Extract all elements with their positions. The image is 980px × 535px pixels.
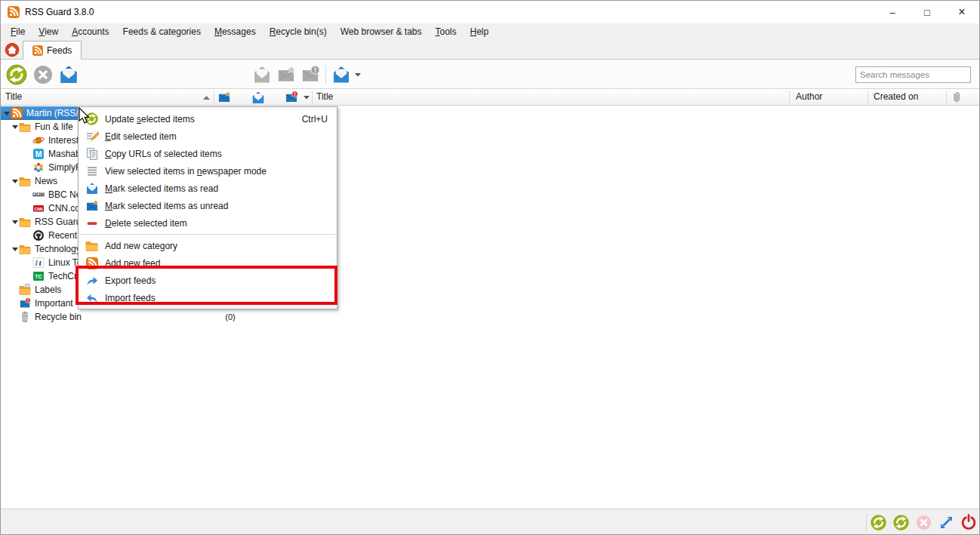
bbc-icon bbox=[32, 189, 45, 201]
copy-icon bbox=[85, 147, 99, 161]
expander-icon[interactable] bbox=[11, 220, 19, 224]
sort-ascending-icon bbox=[203, 96, 210, 100]
planet-icon bbox=[32, 134, 45, 146]
toolbar-separator bbox=[325, 66, 326, 84]
tab-home[interactable] bbox=[1, 40, 23, 59]
shortcut-label: Ctrl+U bbox=[287, 114, 328, 125]
header-separator bbox=[868, 91, 868, 104]
labels-folder-icon bbox=[19, 284, 31, 296]
status-bar bbox=[1, 509, 979, 534]
tab-feeds[interactable]: Feeds bbox=[23, 41, 82, 60]
menu-update-selected-items[interactable]: Update selected items Ctrl+U bbox=[79, 110, 337, 128]
delete-dash-icon bbox=[85, 217, 99, 230]
folder-icon bbox=[19, 216, 31, 228]
menu-mark-unread[interactable]: Mark selected items as unread bbox=[79, 197, 337, 214]
deleted-column-icon[interactable] bbox=[284, 91, 299, 104]
stop-update-button[interactable] bbox=[33, 65, 53, 85]
feed-list-title-header[interactable]: Title bbox=[5, 91, 22, 102]
menu-file[interactable]: File bbox=[4, 24, 32, 39]
expander-icon[interactable] bbox=[11, 180, 19, 183]
menu-add-new-category[interactable]: Add new category bbox=[79, 237, 337, 254]
header-separator bbox=[789, 91, 790, 104]
title-bar: RSS Guard 3.8.0 – □ × bbox=[1, 1, 979, 23]
header-separator bbox=[946, 91, 947, 104]
read-column-icon[interactable] bbox=[250, 91, 267, 105]
edit-pencil-icon bbox=[85, 130, 99, 143]
important-envelope-icon bbox=[19, 297, 31, 309]
linuxtoday-icon bbox=[32, 257, 45, 269]
statusbar-separator bbox=[866, 515, 867, 531]
cnn-icon bbox=[32, 202, 45, 214]
column-header-row: Title Title Author Created on bbox=[1, 89, 979, 106]
minimize-button[interactable]: – bbox=[875, 1, 910, 23]
trash-icon bbox=[19, 311, 31, 323]
search-input[interactable] bbox=[855, 66, 971, 83]
techcrunch-icon bbox=[32, 270, 45, 282]
menu-messages[interactable]: Messages bbox=[208, 24, 263, 39]
mark-important-disabled-button bbox=[300, 65, 320, 85]
tab-bar: Feeds bbox=[1, 40, 979, 60]
app-window: RSS Guard 3.8.0 – □ × File View Accounts… bbox=[0, 0, 980, 535]
expander-icon[interactable] bbox=[2, 112, 11, 115]
menu-copy-urls[interactable]: Copy URLs of selected items bbox=[79, 145, 337, 162]
mouse-cursor bbox=[79, 107, 91, 125]
tab-feeds-label: Feeds bbox=[47, 45, 72, 56]
header-separator bbox=[312, 91, 313, 104]
mark-read-disabled-button bbox=[252, 65, 272, 85]
menu-help[interactable]: Help bbox=[464, 24, 496, 39]
mark-all-read-button[interactable] bbox=[331, 65, 351, 85]
home-icon bbox=[5, 42, 20, 57]
menu-recycle-bins[interactable]: Recycle bin(s) bbox=[263, 24, 334, 39]
toolbar bbox=[1, 60, 979, 89]
mark-unread-disabled-button bbox=[276, 65, 296, 85]
folder-icon bbox=[85, 239, 99, 253]
menu-mark-read[interactable]: Mark selected items as read bbox=[79, 180, 337, 197]
menu-bar: File View Accounts Feeds & categories Me… bbox=[1, 23, 979, 40]
header-separator bbox=[214, 91, 214, 104]
chevron-down-icon[interactable] bbox=[355, 73, 361, 77]
message-title-header[interactable]: Title bbox=[316, 91, 333, 102]
importance-column-icon[interactable] bbox=[217, 91, 232, 104]
fullscreen-toggle-button[interactable] bbox=[938, 515, 954, 530]
tree-item-recycle-bin[interactable]: Recycle bin (0) bbox=[1, 310, 247, 324]
annotation-highlight-box bbox=[76, 266, 337, 305]
folder-icon bbox=[19, 175, 31, 187]
newspaper-list-icon bbox=[85, 164, 99, 178]
unread-count: (0) bbox=[218, 312, 242, 321]
folder-icon bbox=[19, 121, 31, 133]
menu-tools[interactable]: Tools bbox=[429, 24, 464, 39]
menu-edit-selected-item[interactable]: Edit selected item bbox=[79, 128, 337, 145]
close-button[interactable]: × bbox=[945, 1, 979, 23]
update-all-feeds-button[interactable] bbox=[871, 515, 886, 530]
update-selected-items-button[interactable] bbox=[6, 64, 27, 85]
menu-delete-selected-item[interactable]: Delete selected item bbox=[79, 214, 337, 232]
rss-icon bbox=[11, 107, 23, 119]
menu-accounts[interactable]: Accounts bbox=[65, 24, 116, 39]
rss-icon bbox=[32, 45, 43, 56]
app-rss-icon bbox=[8, 6, 20, 18]
mark-read-button[interactable] bbox=[58, 64, 79, 85]
message-author-header[interactable]: Author bbox=[796, 91, 822, 102]
menu-separator bbox=[79, 234, 336, 235]
quit-button[interactable] bbox=[960, 514, 977, 530]
maximize-button[interactable]: □ bbox=[910, 1, 945, 23]
attachment-column-paperclip-icon[interactable] bbox=[951, 91, 963, 103]
mashable-icon bbox=[32, 148, 45, 160]
envelope-star-icon bbox=[85, 199, 99, 213]
expander-icon[interactable] bbox=[11, 248, 19, 251]
envelope-open-icon bbox=[85, 182, 99, 195]
menu-web-browser-tabs[interactable]: Web browser & tabs bbox=[334, 24, 429, 39]
message-created-header[interactable]: Created on bbox=[874, 91, 918, 102]
folder-icon bbox=[19, 243, 31, 255]
update-selected-feeds-button[interactable] bbox=[893, 515, 909, 530]
flower-icon bbox=[32, 161, 45, 174]
menu-view-newspaper-mode[interactable]: View selected items in newspaper mode bbox=[79, 162, 337, 180]
column-menu-caret-icon[interactable] bbox=[304, 96, 310, 100]
github-icon bbox=[32, 229, 45, 241]
expander-icon[interactable] bbox=[11, 125, 19, 129]
window-title: RSS Guard 3.8.0 bbox=[25, 7, 94, 17]
stop-update-disabled-button bbox=[916, 515, 932, 530]
menu-view[interactable]: View bbox=[32, 24, 65, 39]
menu-feeds-categories[interactable]: Feeds & categories bbox=[116, 24, 208, 39]
